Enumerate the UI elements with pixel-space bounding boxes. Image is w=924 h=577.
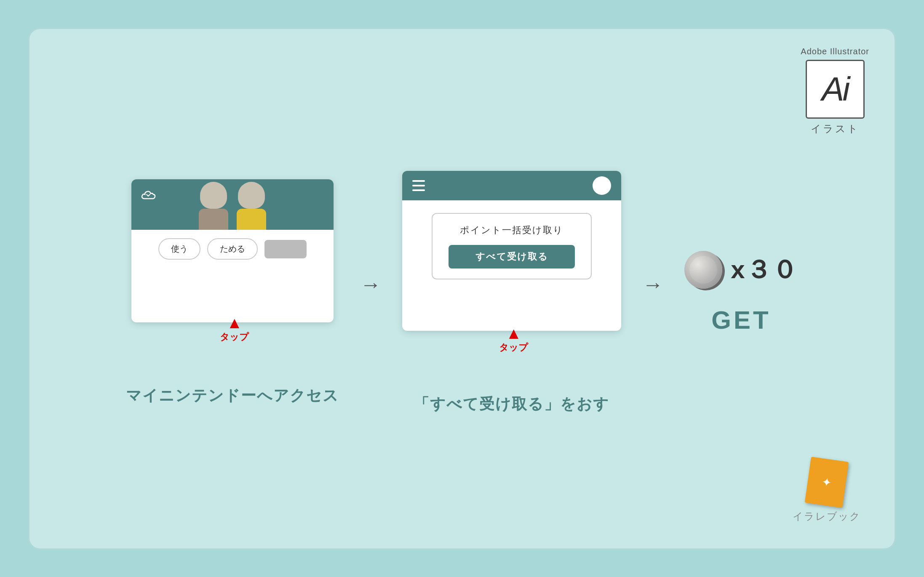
phone-header-2 (402, 171, 621, 200)
char-torso-yellow (237, 209, 266, 230)
illust-book-label: イラレブック (793, 510, 861, 523)
tap-group-2: ▲ タップ (499, 325, 528, 354)
up-arrow-icon-2: ▲ (506, 325, 522, 341)
hamburger-line-1 (412, 180, 425, 182)
hamburger-line-3 (412, 189, 425, 191)
illust-badge: イラレブック (793, 459, 861, 523)
x30-label: x３０ (731, 253, 798, 287)
ai-badge: Adobe Illustrator Ai イラスト (801, 47, 869, 136)
btn-save[interactable]: ためる (207, 238, 258, 260)
coin-row: x３０ (684, 251, 798, 289)
ai-label-bottom: イラスト (811, 122, 860, 136)
hamburger-icon (412, 180, 425, 191)
step-1: 使う ためる ▲ タップ マイニンテンドーへアクセス (126, 179, 339, 406)
phone-wrapper-1: 使う ためる ▲ タップ (131, 179, 334, 322)
step-3: x３０ GET (684, 251, 798, 335)
up-arrow-icon-1: ▲ (227, 315, 243, 331)
char-gray (199, 182, 228, 230)
phone-header-1 (131, 179, 334, 230)
step1-label: マイニンテンドーへアクセス (126, 386, 339, 406)
char-torso-gray (199, 209, 228, 230)
btn-rect (264, 240, 307, 258)
steps-container: 使う ためる ▲ タップ マイニンテンドーへアクセス → (126, 171, 798, 415)
tap-label-1: タップ (220, 331, 249, 343)
phone-body-2: ポイント一括受け取り すべて受け取る (402, 200, 621, 292)
ai-app-name: Adobe Illustrator (801, 47, 869, 56)
char-head-yellow (238, 182, 265, 209)
phone-mockup-2: ポイント一括受け取り すべて受け取る (402, 171, 621, 331)
receive-button[interactable]: すべて受け取る (449, 245, 575, 269)
char-yellow (237, 182, 266, 230)
main-card: Adobe Illustrator Ai イラスト イラレブック (28, 28, 896, 550)
step2-label: 「すべて受け取る」をおす (414, 394, 609, 415)
btn-use[interactable]: 使う (158, 238, 200, 260)
step-2: ポイント一括受け取り すべて受け取る ▲ タップ 「すべて受け取る」をおす (402, 171, 621, 415)
phone-mockup-1: 使う ためる (131, 179, 334, 322)
tap-label-2: タップ (499, 341, 528, 354)
chars-row (199, 182, 266, 230)
char-head-gray (200, 182, 227, 209)
book-icon (805, 457, 849, 508)
point-title: ポイント一括受け取り (460, 224, 563, 237)
coin-icon (684, 251, 722, 289)
ai-box: Ai (806, 60, 865, 119)
circle-avatar (593, 176, 611, 195)
phone-buttons-1: 使う ためる (131, 230, 334, 268)
ai-text: Ai (822, 70, 848, 109)
phone-wrapper-2: ポイント一括受け取り すべて受け取る ▲ タップ (402, 171, 621, 331)
cloud-icon (140, 186, 165, 203)
arrow-1: → (360, 272, 381, 297)
hamburger-line-2 (412, 185, 425, 186)
tap-group-1: ▲ タップ (220, 315, 249, 343)
point-box: ポイント一括受け取り すべて受け取る (432, 213, 592, 279)
get-label: GET (711, 306, 771, 335)
arrow-2: → (642, 272, 663, 297)
